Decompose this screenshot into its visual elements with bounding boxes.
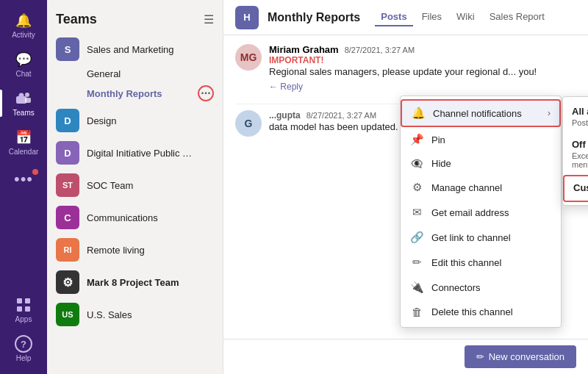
context-menu: 🔔 Channel notifications › 📌 Pin 👁‍🗨 Hide… [400, 96, 562, 328]
channel-notifications-arrow: › [548, 108, 551, 118]
submenu-item-all-activity[interactable]: All activity Posts, replies, mentions [563, 100, 588, 133]
team-avatar-soc: ST [56, 173, 79, 197]
teams-panel: Teams ☰ S Sales and Marketing ··· Genera… [47, 0, 223, 374]
delete-channel-label: Delete this channel [431, 306, 552, 317]
message-author-1: Miriam Graham [269, 44, 339, 55]
team-name-mark8: Mark 8 Project Team [87, 277, 197, 288]
team-avatar-remote: RI [56, 238, 79, 262]
channel-more-button[interactable]: ··· [198, 85, 214, 101]
nav-bar: 🔔 Activity 💬 Chat Teams 📅 Calendar ••• [0, 0, 47, 374]
svg-rect-7 [25, 306, 30, 312]
menu-item-delete-channel[interactable]: 🗑 Delete this channel [401, 300, 561, 324]
svg-rect-6 [17, 306, 22, 312]
menu-item-hide[interactable]: 👁‍🗨 Hide [401, 152, 561, 175]
message-time-1: 8/27/2021, 3:27 AM [345, 46, 415, 54]
menu-item-channel-notifications[interactable]: 🔔 Channel notifications › [401, 99, 561, 127]
calendar-icon: 📅 [15, 129, 32, 146]
teams-list: S Sales and Marketing ··· General Monthl… [47, 33, 223, 374]
tab-wiki[interactable]: Wiki [451, 8, 481, 26]
nav-label-help: Help [16, 354, 32, 362]
svg-rect-5 [25, 298, 30, 303]
channel-notifications-icon: 🔔 [411, 107, 426, 120]
submenu-notifications: All activity Posts, replies, mentions Of… [562, 96, 588, 206]
team-avatar-mark8: ⚙ [56, 270, 79, 294]
filter-icon[interactable]: ☰ [204, 12, 214, 26]
nav-item-activity[interactable]: 🔔 Activity [0, 6, 47, 45]
team-name-sales-marketing: Sales and Marketing [87, 44, 197, 55]
channel-item-monthly-reports[interactable]: Monthly Reports ··· [47, 82, 223, 104]
submenu-item-custom[interactable]: Custom ✓ [563, 175, 588, 202]
nav-label-activity: Activity [12, 31, 35, 39]
nav-item-apps[interactable]: Apps [0, 290, 47, 329]
menu-item-get-link[interactable]: 🔗 Get link to channel [401, 225, 561, 250]
team-item-mark8[interactable]: ⚙ Mark 8 Project Team ··· [47, 266, 223, 298]
message-reply-1[interactable]: ← Reply [269, 82, 576, 92]
hide-icon: 👁‍🗨 [409, 158, 424, 169]
delete-channel-icon: 🗑 [409, 306, 424, 318]
message-header-1: Miriam Graham 8/27/2021, 3:27 AM [269, 44, 576, 55]
chat-icon: 💬 [15, 51, 32, 68]
all-activity-label: All activity [572, 106, 588, 117]
channel-tabs: Posts Files Wiki Sales Report [375, 8, 551, 26]
context-menu-overlay: 🔔 Channel notifications › 📌 Pin 👁‍🗨 Hide… [400, 96, 562, 328]
channel-name-general: General [87, 68, 121, 79]
menu-item-pin[interactable]: 📌 Pin [401, 127, 561, 152]
nav-label-chat: Chat [15, 70, 31, 78]
off-desc: Except direct replies, personal mentions [572, 151, 588, 169]
team-avatar-design: D [56, 109, 79, 132]
channel-notifications-label: Channel notifications [433, 108, 540, 119]
team-avatar-sales-marketing: S [56, 37, 79, 61]
svg-rect-3 [25, 98, 31, 103]
team-name-remote: Remote living [87, 245, 197, 256]
teams-icon [15, 90, 32, 107]
channel-item-general[interactable]: General [47, 65, 223, 82]
new-conversation-button[interactable]: ✏ New conversation [465, 345, 576, 368]
apps-icon [15, 296, 32, 314]
teams-title: Teams [56, 12, 97, 27]
main-content: H Monthly Reports Posts Files Wiki Sales… [223, 0, 588, 374]
menu-item-connectors[interactable]: 🔌 Connectors [401, 275, 561, 300]
svg-point-2 [25, 93, 29, 97]
nav-label-calendar: Calendar [9, 148, 39, 156]
menu-item-manage-channel[interactable]: ⚙ Manage channel [401, 175, 561, 200]
team-item-comm[interactable]: C Communications ··· [47, 201, 223, 234]
nav-item-help[interactable]: ? Help [0, 329, 47, 368]
team-name-design: Design [87, 115, 197, 126]
team-item-remote[interactable]: RI Remote living ··· [47, 234, 223, 266]
activity-icon: 🔔 [15, 12, 32, 29]
menu-item-edit-channel[interactable]: ✏ Edit this channel [401, 250, 561, 275]
nav-item-chat[interactable]: 💬 Chat [0, 45, 47, 84]
team-name-digital: Digital Initiative Public R... [87, 148, 197, 159]
nav-item-calendar[interactable]: 📅 Calendar [0, 123, 47, 162]
message-time-2: 8/27/2021, 3:27 AM [306, 111, 376, 120]
channel-name-monthly-reports: Monthly Reports [87, 88, 162, 99]
tab-files[interactable]: Files [416, 8, 448, 26]
teams-header: Teams ☰ [47, 0, 223, 33]
tab-posts[interactable]: Posts [375, 8, 412, 26]
tab-sales-report[interactable]: Sales Report [484, 8, 551, 26]
team-name-soc: SOC Team [87, 180, 197, 191]
team-name-comm: Communications [87, 212, 197, 223]
hide-label: Hide [431, 158, 552, 169]
message-author-2: ...gupta [269, 110, 301, 121]
team-item-sales-marketing[interactable]: S Sales and Marketing ··· [47, 33, 223, 65]
team-item-digital[interactable]: D Digital Initiative Public R... ··· [47, 137, 223, 169]
message-text-1: Regional sales managers, please update y… [269, 65, 576, 79]
bottom-bar: ✏ New conversation [223, 339, 588, 374]
nav-label-teams: Teams [12, 109, 34, 117]
message-important-1: IMPORTANT! [269, 55, 576, 65]
message-avatar-2: G [235, 110, 262, 137]
team-item-ussales[interactable]: US U.S. Sales ··· [47, 298, 223, 331]
menu-item-get-email[interactable]: ✉ Get email address [401, 200, 561, 225]
all-activity-desc: Posts, replies, mentions [572, 118, 588, 127]
pin-label: Pin [431, 134, 552, 145]
team-item-soc[interactable]: ST SOC Team ··· [47, 169, 223, 201]
message-1: MG Miriam Graham 8/27/2021, 3:27 AM IMPO… [235, 44, 576, 92]
message-content-1: Miriam Graham 8/27/2021, 3:27 AM IMPORTA… [269, 44, 576, 92]
submenu-item-off[interactable]: Off Except direct replies, personal ment… [563, 133, 588, 175]
nav-item-more[interactable]: ••• [0, 165, 47, 194]
team-item-design[interactable]: D Design ··· [47, 104, 223, 137]
nav-item-teams[interactable]: Teams [0, 84, 47, 123]
notification-badge [32, 169, 38, 175]
connectors-icon: 🔌 [409, 281, 424, 294]
